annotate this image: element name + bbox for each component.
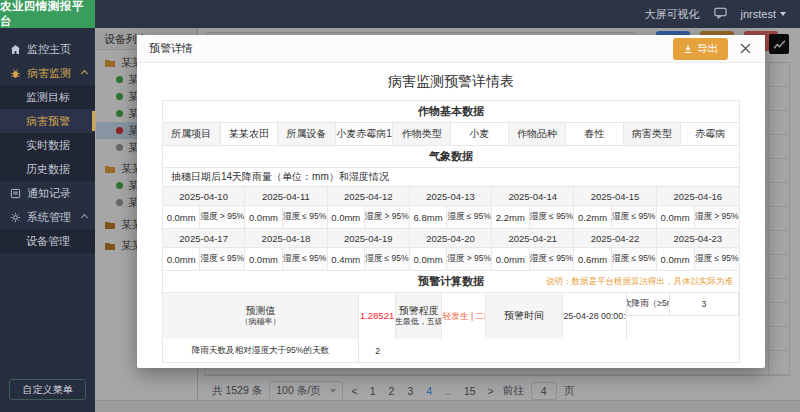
humidity-value: 湿度 ≤ 95% <box>612 206 656 228</box>
humidity-value: 湿度 > 95% <box>365 206 409 228</box>
week2-data-row: 0.0mm湿度 ≤ 95% 0.0mm湿度 ≤ 95% 0.4mm湿度 ≤ 95… <box>163 248 739 271</box>
rain-value: 0.0mm <box>245 206 282 228</box>
sidebar-item-disease-warning[interactable]: 病害预警 <box>0 109 95 133</box>
date-cell: 2025-04-19 <box>328 229 410 247</box>
document-icon <box>10 188 21 199</box>
date-cell: 2025-04-15 <box>574 187 656 205</box>
download-icon <box>683 44 693 54</box>
cell-value: 小麦 <box>451 123 509 145</box>
rain-value: 0.6mm <box>574 248 611 270</box>
cell-label: 所属项目 <box>163 123 221 145</box>
app-logo: 农业四情测报平台 <box>0 0 95 28</box>
level-value: 偏轻发生 | 二级 <box>442 293 485 339</box>
humidity-value: 湿度 ≤ 95% <box>365 248 409 270</box>
time-value: 2025-04-28 00:00:00 <box>563 293 626 339</box>
sidebar-item-history-data[interactable]: 历史数据 <box>0 157 95 181</box>
rain-value: 0.0mm <box>657 248 695 270</box>
modal-title: 预警详情 <box>149 41 193 56</box>
sidebar-item-monitor-target[interactable]: 监测目标 <box>0 85 95 109</box>
cell-value: 某某农田 <box>221 123 279 145</box>
cell-label: 作物类型 <box>393 123 451 145</box>
level-label: 预警程度 （不发生最低，五级最高） <box>396 293 442 339</box>
humidity-value: 湿度 ≤ 95% <box>200 248 244 270</box>
humidity-value: 湿度 > 95% <box>695 206 739 228</box>
humidity-value: 湿度 ≤ 95% <box>530 206 574 228</box>
username: jnrstest <box>741 8 776 20</box>
rain-value: 2.2mm <box>492 206 529 228</box>
cell-label: 作物品种 <box>509 123 567 145</box>
export-button[interactable]: 导出 <box>673 38 728 60</box>
rain-value: 0.0mm <box>245 248 282 270</box>
sidebar-item-disease-monitor[interactable]: 病害监测 <box>0 61 95 85</box>
chevron-down-icon <box>780 12 786 16</box>
date-cell: 2025-04-22 <box>574 229 656 247</box>
humidity-value: 湿度 ≤ 95% <box>447 206 491 228</box>
chevron-up-icon <box>81 213 88 220</box>
date-cell: 2025-04-14 <box>492 187 574 205</box>
custom-menu-button[interactable]: 自定义菜单 <box>9 379 86 400</box>
rain-value: 0.0mm <box>328 206 365 228</box>
close-button[interactable] <box>738 41 753 56</box>
sidebar-item-system-manage[interactable]: 系统管理 <box>0 205 95 229</box>
time-label: 预警时间 <box>486 293 564 339</box>
modal-header: 预警详情 导出 <box>137 35 765 63</box>
calc-row1-label: 抽穗日期与抽穗后初次降雨（≥5mm）日期间隔的天数 <box>627 293 670 316</box>
gear-icon <box>10 212 21 223</box>
sidebar: 监控主页 病害监测 监测目标 病害预警 实时数据 历史数据 通知记录 系统管理 <box>0 28 95 412</box>
date-cell: 2025-04-10 <box>163 187 245 205</box>
rain-value: 0.0mm <box>163 248 200 270</box>
cell-label: 病害类型 <box>624 123 682 145</box>
sidebar-item-realtime-data[interactable]: 实时数据 <box>0 133 95 157</box>
sidebar-item-home[interactable]: 监控主页 <box>0 37 95 61</box>
date-cell: 2025-04-13 <box>410 187 492 205</box>
detail-table: 作物基本数据 所属项目 某某农田 所属设备 小麦赤霉病1 作物类型 小麦 作物品… <box>162 100 740 363</box>
calc-row2-value: 2 <box>359 339 396 362</box>
date-cell: 2025-04-21 <box>492 229 574 247</box>
user-menu[interactable]: jnrstest <box>741 8 786 20</box>
sidebar-item-notify-record[interactable]: 通知记录 <box>0 181 95 205</box>
week1-data-row: 0.0mm湿度 > 95% 0.0mm湿度 ≤ 95% 0.0mm湿度 > 95… <box>163 206 739 229</box>
message-icon[interactable] <box>714 7 727 21</box>
rain-value: 0.0mm <box>657 206 695 228</box>
calc-row1-value: 3 <box>670 293 739 316</box>
bug-icon <box>10 68 21 79</box>
cell-value: 赤霉病 <box>681 123 739 145</box>
calc-grid: 抽穗日期与抽穗后初次降雨（≥5mm）日期间隔的天数 3 预测值 （病穗率） 1.… <box>163 293 739 362</box>
date-cell: 2025-04-17 <box>163 229 245 247</box>
warning-detail-modal: 预警详情 导出 病害监测预警详情表 作物基本数据 所属项目 某某农田 所属设备 … <box>137 35 765 368</box>
sidebar-item-device-manage[interactable]: 设备管理 <box>0 229 95 253</box>
cell-value: 小麦赤霉病1 <box>336 123 394 145</box>
predict-value: 1.28521 <box>359 293 396 339</box>
rain-value: 0.0mm <box>492 248 529 270</box>
humidity-value: 湿度 ≤ 95% <box>530 248 574 270</box>
close-icon <box>740 43 751 54</box>
sheet-title: 病害监测预警详情表 <box>137 73 765 91</box>
crop-data-row: 所属项目 某某农田 所属设备 小麦赤霉病1 作物类型 小麦 作物品种 春性 病害… <box>163 123 739 146</box>
visualization-link[interactable]: 大屏可视化 <box>645 7 700 22</box>
rain-value: 0.0mm <box>410 248 447 270</box>
topbar-right: 大屏可视化 jnrstest <box>645 7 800 22</box>
humidity-value: 湿度 > 95% <box>447 248 491 270</box>
calc-section-header: 预警计算数据 说明：数据是平台根据算法得出，具体以实际为准 <box>163 271 739 293</box>
weather-section-header: 气象数据 <box>163 146 739 168</box>
week1-date-row: 2025-04-10 2025-04-11 2025-04-12 2025-04… <box>163 187 739 206</box>
date-cell: 2025-04-23 <box>657 229 739 247</box>
date-cell: 2025-04-20 <box>410 229 492 247</box>
rain-value: 0.4mm <box>328 248 365 270</box>
chevron-up-icon <box>81 69 88 76</box>
humidity-value: 湿度 ≤ 95% <box>283 206 327 228</box>
app-root: 农业四情测报平台 大屏可视化 jnrstest 监控主页 病害监测 监测目标 <box>0 0 800 412</box>
weather-description: 抽穗日期后14天降雨量（单位：mm）和湿度情况 <box>163 168 739 187</box>
rain-value: 0.2mm <box>574 206 611 228</box>
crop-section-header: 作物基本数据 <box>163 101 739 123</box>
cell-label: 所属设备 <box>278 123 336 145</box>
humidity-value: 湿度 ≤ 95% <box>283 248 327 270</box>
calc-row2-label: 降雨天数及相对湿度大于95%的天数 <box>163 339 359 362</box>
home-icon <box>10 44 21 55</box>
date-cell: 2025-04-11 <box>245 187 327 205</box>
humidity-value: 湿度 ≤ 95% <box>695 248 739 270</box>
topbar: 农业四情测报平台 大屏可视化 jnrstest <box>0 0 800 28</box>
date-cell: 2025-04-16 <box>657 187 739 205</box>
rain-value: 6.8mm <box>410 206 447 228</box>
rain-value: 0.0mm <box>163 206 200 228</box>
